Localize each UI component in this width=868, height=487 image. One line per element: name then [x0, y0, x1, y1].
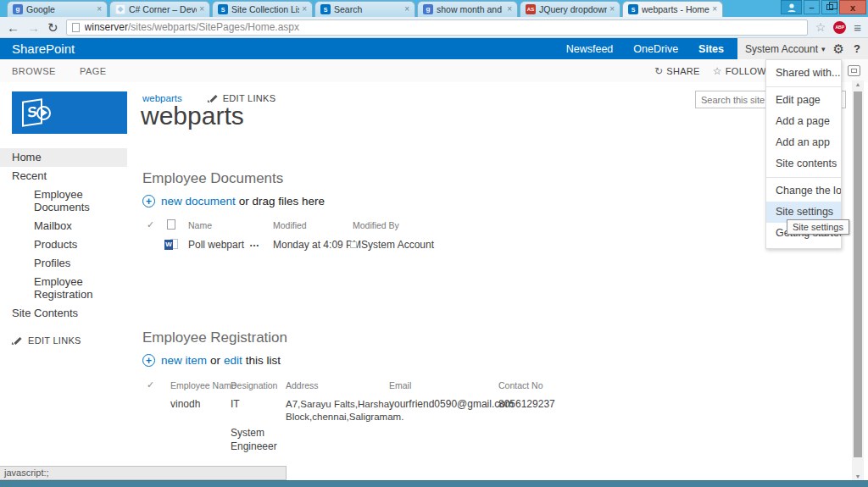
column-header-designation[interactable]: Designation [231, 380, 277, 390]
share-icon: ↻ [654, 65, 663, 77]
scroll-down-icon[interactable]: ▼ [852, 473, 864, 479]
menu-item-edit-page[interactable]: Edit page [766, 90, 841, 111]
suite-link-onedrive[interactable]: OneDrive [633, 43, 678, 55]
sidebar-item-home[interactable]: Home [0, 148, 127, 167]
column-header-employee-name[interactable]: Employee Name [170, 380, 236, 390]
email-link[interactable]: yourfriend0590@gmail.com [389, 398, 514, 410]
new-document-link[interactable]: new document [161, 195, 236, 208]
menu-item-change-the-look[interactable]: Change the look [766, 180, 841, 202]
browser-menu-icon[interactable]: ≡ [854, 21, 861, 34]
restore-icon [826, 4, 833, 10]
tab-title: webparts - Home [642, 4, 709, 14]
tab-title: C# Corner – Develope [129, 4, 197, 14]
edit-list-link[interactable]: edit [224, 354, 242, 367]
document-modified-by-value[interactable]: System Account [361, 239, 434, 251]
edit-links-label: EDIT LINKS [28, 335, 81, 346]
menu-item-shared-with[interactable]: Shared with... [766, 63, 841, 84]
tab-close-icon[interactable]: × [302, 5, 307, 14]
scrollbar-thumb[interactable] [854, 91, 862, 457]
ribbon-tab-page[interactable]: PAGE [80, 66, 107, 76]
tab-title: Google [26, 4, 94, 14]
this-list-text: this list [246, 354, 281, 367]
account-menu[interactable]: System Account [745, 43, 818, 55]
select-all-check-icon[interactable]: ✓ [147, 219, 154, 230]
adblock-badge-icon[interactable]: ABP [833, 21, 846, 34]
focus-icon [851, 69, 857, 73]
sidebar-edit-links[interactable]: EDIT LINKS [0, 335, 136, 346]
back-icon[interactable]: ← [7, 21, 19, 34]
plus-circle-icon[interactable]: + [142, 195, 155, 208]
gear-icon[interactable]: ⚙ [833, 42, 844, 57]
refresh-icon[interactable]: ↻ [47, 21, 58, 34]
document-name-link[interactable]: Poll webpart [188, 239, 244, 251]
tab-webparts-home-active[interactable]: S webparts - Home × [622, 1, 723, 17]
column-header-modified-by[interactable]: Modified By [353, 220, 399, 230]
sidebar-item-profiles[interactable]: Profiles [0, 254, 136, 273]
close-window-button[interactable]: x [839, 0, 866, 14]
registration-table: ✓ Employee Name Designation Address Emai… [142, 379, 736, 456]
column-header-modified[interactable]: Modified [273, 220, 307, 230]
ribbon-tab-browse[interactable]: BROWSE [12, 66, 56, 76]
gear-dropdown-menu: Shared with... Edit page Add a page Add … [765, 59, 842, 249]
suite-link-newsfeed[interactable]: Newsfeed [566, 43, 614, 55]
sidebar-item-site-contents[interactable]: Site Contents [0, 304, 136, 323]
contact-no-value: 8056129237 [498, 398, 555, 410]
tab-close-icon[interactable]: × [97, 5, 102, 14]
follow-button[interactable]: ☆ FOLLOW [713, 65, 766, 77]
sidebar-item-recent[interactable]: Recent [0, 167, 136, 185]
tab-close-icon[interactable]: × [199, 5, 204, 14]
address-bar[interactable]: winserver/sites/webparts/SitePages/Home.… [66, 19, 808, 36]
column-header-email[interactable]: Email [389, 380, 411, 390]
new-item-link[interactable]: new item [161, 354, 207, 367]
tab-title: JQuery dropdownlist [539, 4, 607, 14]
site-logo[interactable]: S [12, 91, 127, 134]
forward-icon[interactable]: → [27, 21, 40, 34]
url-text: winserver/sites/webparts/SitePages/Home.… [85, 21, 299, 33]
tab-close-icon[interactable]: × [507, 5, 512, 14]
tab-strip: g Google × ◆ C# Corner – Develope × S Si… [0, 0, 868, 17]
column-header-contact-no[interactable]: Contact No [498, 380, 543, 390]
tab-search[interactable]: S Search × [314, 1, 415, 17]
menu-item-add-a-page[interactable]: Add a page [766, 111, 841, 132]
person-icon [787, 3, 797, 13]
tab-close-icon[interactable]: × [404, 5, 409, 14]
select-all-check-icon[interactable]: ✓ [147, 379, 154, 390]
tab-google[interactable]: g Google × [7, 1, 108, 17]
share-button[interactable]: ↻ SHARE [654, 65, 700, 77]
google-favicon-icon: g [13, 4, 23, 14]
sidebar-item-employee-registration[interactable]: Employee Registration [0, 273, 136, 304]
maximize-button[interactable] [821, 0, 837, 14]
minimize-button[interactable]: – [804, 0, 820, 14]
sidebar-item-products[interactable]: Products [0, 235, 136, 254]
menu-item-site-contents[interactable]: Site contents [766, 153, 841, 174]
address-value: A7,Sarayu Falts,Harsha Block,chennai,Sal… [286, 398, 392, 423]
help-icon[interactable]: ? [854, 42, 860, 55]
focus-on-content-button[interactable] [848, 65, 860, 76]
new-document-row: + new document or drag files here [142, 195, 325, 208]
bookmark-star-icon[interactable]: ☆ [815, 21, 826, 33]
tab-close-icon[interactable]: × [609, 5, 615, 14]
tab-title: show month and dat [437, 4, 504, 14]
suite-link-sites[interactable]: Sites [698, 43, 724, 55]
tab-site-collection-list[interactable]: S Site Collection List × [212, 1, 313, 17]
tab-show-month[interactable]: g show month and dat × [417, 1, 518, 17]
sidebar: S Home Recent Employee Documents Mailbox… [0, 82, 136, 346]
sidebar-item-employee-documents[interactable]: Employee Documents [0, 185, 136, 217]
column-header-address[interactable]: Address [286, 380, 319, 390]
column-header-name[interactable]: Name [188, 220, 212, 230]
tab-close-icon[interactable]: × [712, 5, 717, 14]
tab-jquery-dropdownlist[interactable]: AS JQuery dropdownlist × [520, 1, 620, 17]
follow-label: FOLLOW [726, 66, 766, 76]
registration-webpart-title: Employee Registration [142, 329, 287, 346]
scroll-up-icon[interactable]: ▲ [852, 81, 864, 87]
tab-csharp-corner[interactable]: ◆ C# Corner – Develope × [109, 1, 210, 17]
menu-item-add-an-app[interactable]: Add an app [766, 132, 841, 153]
item-menu-ellipsis-icon[interactable]: … [249, 237, 260, 249]
sidebar-item-mailbox[interactable]: Mailbox [0, 217, 136, 235]
profile-button[interactable] [781, 0, 802, 14]
pencil-icon [12, 335, 22, 346]
vertical-scrollbar[interactable]: ▲ ▼ [852, 80, 864, 480]
plus-circle-icon[interactable]: + [142, 354, 155, 367]
window-controls: – x [781, 0, 866, 14]
site-settings-tooltip: Site settings [787, 219, 849, 235]
